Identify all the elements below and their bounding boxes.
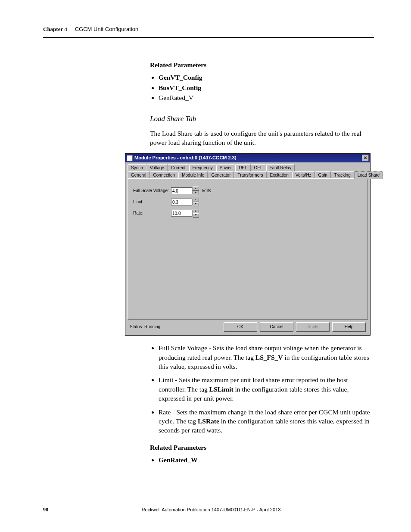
param-genrated-v: GenRated_V: [159, 94, 193, 101]
related-params-list-2: GenRated_W: [159, 455, 374, 464]
cancel-button[interactable]: Cancel: [260, 322, 293, 332]
close-icon[interactable]: ✕: [362, 155, 369, 161]
chapter-title: CGCM Unit Configuration: [75, 26, 138, 32]
load-share-tab-heading: Load Share Tab: [150, 114, 374, 124]
module-properties-dialog: Module Properties - cnbrd:0 (1407-CGCM 2…: [125, 153, 371, 336]
window-icon: [127, 155, 133, 161]
tab-oel[interactable]: OEL: [251, 164, 266, 171]
limit-input[interactable]: [171, 199, 193, 205]
param-busvt-config: BusVT_Config: [159, 84, 201, 91]
load-share-description: The Load Share tab is used to configure …: [150, 129, 374, 147]
limit-label: Limit:: [133, 199, 171, 205]
publication-info: Rockwell Automation Publication 1407-UM0…: [142, 507, 281, 512]
tab-connection[interactable]: Connection: [150, 171, 179, 179]
related-params-heading-1: Related Parameters: [150, 60, 374, 69]
page-number: 98: [43, 507, 48, 513]
fsv-unit: Volts: [202, 188, 211, 194]
related-params-heading-2: Related Parameters: [150, 443, 374, 452]
bullet-fsv: Full Scale Voltage - Sets the load share…: [159, 343, 374, 371]
fsv-spin-down[interactable]: ▼: [193, 191, 199, 195]
tab-volts-hz[interactable]: Volts/Hz: [292, 171, 315, 179]
chapter-label: Chapter 4: [43, 26, 67, 33]
field-descriptions: Full Scale Voltage - Sets the load share…: [159, 343, 374, 435]
status-label: Status: Running: [130, 324, 160, 330]
tab-transformers[interactable]: Transformers: [234, 171, 266, 179]
apply-button[interactable]: Apply: [296, 322, 330, 332]
rate-label: Rate:: [133, 210, 171, 216]
tab-synch[interactable]: Synch: [128, 164, 146, 171]
rate-spin-down[interactable]: ▼: [193, 213, 199, 218]
limit-spin-up[interactable]: ▲: [193, 198, 199, 202]
full-scale-voltage-label: Full Scale Voltage:: [133, 188, 171, 194]
tab-general[interactable]: General: [128, 171, 150, 179]
tab-current[interactable]: Current: [168, 164, 189, 171]
tab-load-share[interactable]: Load Share: [354, 171, 383, 179]
param-genrated-w: GenRated_W: [159, 456, 197, 464]
dialog-title: Module Properties - cnbrd:0 (1407-CGCM 2…: [134, 155, 237, 161]
tab-uel[interactable]: UEL: [235, 164, 250, 171]
tab-power[interactable]: Power: [216, 164, 235, 171]
tab-body: Full Scale Voltage: ▲ ▼ Volts Limit:: [128, 178, 368, 320]
dialog-titlebar: Module Properties - cnbrd:0 (1407-CGCM 2…: [125, 154, 370, 162]
tab-excitation[interactable]: Excitation: [267, 171, 292, 179]
tab-generator[interactable]: Generator: [208, 171, 234, 179]
fsv-spin-up[interactable]: ▲: [193, 187, 199, 191]
related-params-list-1: GenVT_Config BusVT_Config GenRated_V: [159, 73, 374, 102]
tab-row-1: Synch Voltage Current Frequency Power UE…: [128, 164, 368, 171]
tab-gain[interactable]: Gain: [315, 171, 331, 179]
rate-input[interactable]: [171, 210, 193, 217]
header-rule: [43, 37, 374, 38]
bullet-rate: Rate - Sets the maximum change in the lo…: [159, 408, 374, 435]
tab-tracking[interactable]: Tracking: [331, 171, 354, 179]
rate-spin-up[interactable]: ▲: [193, 209, 199, 213]
full-scale-voltage-input[interactable]: [171, 187, 193, 194]
tab-module-info[interactable]: Module Info: [178, 171, 208, 179]
tab-row-2: General Connection Module Info Generator…: [128, 171, 368, 179]
bullet-limit: Limit - Sets the maximum per unit load s…: [159, 375, 374, 403]
help-button[interactable]: Help: [332, 322, 366, 332]
tab-fault-relay[interactable]: Fault Relay: [266, 164, 295, 171]
tab-frequency[interactable]: Frequency: [189, 164, 216, 171]
ok-button[interactable]: OK: [224, 322, 257, 332]
tab-voltage[interactable]: Voltage: [146, 164, 168, 171]
limit-spin-down[interactable]: ▼: [193, 202, 199, 206]
param-genvt-config: GenVT_Config: [159, 74, 202, 81]
